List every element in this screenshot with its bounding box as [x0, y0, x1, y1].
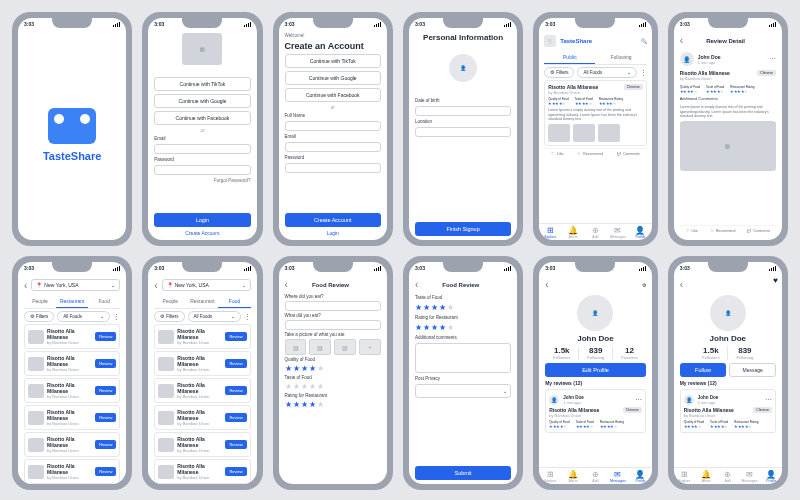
list-item[interactable]: Risotto Alla Milaneseby Bamboo UnionRevi…	[154, 378, 250, 403]
comments-field[interactable]	[415, 343, 511, 373]
more-icon[interactable]: ⋯	[769, 55, 776, 63]
avatar[interactable]: 👤	[680, 52, 694, 66]
like-button[interactable]: ♡ Like	[551, 152, 563, 156]
review-card[interactable]: 👤John Doe1 min ago⋯ Risotto Alla Milanes…	[545, 389, 645, 433]
list-item[interactable]: Risotto Alla Milaneseby Bamboo UnionRevi…	[24, 378, 120, 403]
list-item[interactable]: Risotto Alla Milaneseby Bamboo UnionRevi…	[154, 459, 250, 484]
list-item[interactable]: Risotto Alla Milaneseby Bamboo UnionRevi…	[154, 432, 250, 457]
avatar-placeholder[interactable]: 👤	[449, 54, 477, 82]
avatar[interactable]: 👤	[710, 295, 746, 331]
nav-add[interactable]: ⊕Add	[584, 227, 607, 239]
continue-facebook-button[interactable]: Continue with Facebook	[154, 111, 250, 125]
follow-button[interactable]: Follow	[680, 363, 727, 377]
feed-card[interactable]: Risotto Alla Milaneseby Bamboo UnionChin…	[544, 80, 646, 146]
more-icon[interactable]: ⋮	[640, 69, 647, 77]
comments-button[interactable]: 💬 Comments	[617, 152, 640, 156]
review-card[interactable]: 👤John Doe1 min ago⋯ Risotto Alla Milanes…	[680, 389, 776, 433]
password-field[interactable]	[154, 165, 250, 175]
nav-alerts[interactable]: 🔔Alerts	[562, 471, 585, 483]
nav-profile[interactable]: 👤Profile	[629, 471, 651, 483]
restaurant-rating[interactable]: ★★★★★	[415, 323, 511, 332]
password-field[interactable]	[285, 163, 381, 173]
taste-rating[interactable]: ★★★★★	[285, 382, 381, 391]
more-icon[interactable]: ⋮	[113, 313, 120, 321]
settings-icon[interactable]: ⚙	[642, 282, 646, 288]
nav-explore[interactable]: ⊞Explore	[539, 227, 562, 239]
continue-facebook-button[interactable]: Continue with Facebook	[285, 88, 381, 102]
continue-google-button[interactable]: Continue with Google	[154, 94, 250, 108]
back-icon[interactable]: ‹	[680, 279, 683, 290]
nav-explore[interactable]: ⊞Explore	[539, 471, 562, 483]
list-item[interactable]: Risotto Alla Milaneseby Bamboo UnionRevi…	[154, 405, 250, 430]
following-stat[interactable]: 839Following	[579, 346, 613, 360]
followers-stat[interactable]: 1.5kFollowers	[545, 346, 579, 360]
tab-following[interactable]: Following	[595, 51, 646, 64]
continue-tiktok-button[interactable]: Continue with TikTok	[285, 54, 381, 68]
nav-messages[interactable]: ✉Messages	[607, 227, 630, 239]
back-icon[interactable]: ‹	[415, 279, 418, 290]
favorite-icon[interactable]: ♥	[773, 276, 778, 285]
finish-signup-button[interactable]: Finish Signup	[415, 222, 511, 236]
back-icon[interactable]: ‹	[680, 35, 683, 46]
filters-button[interactable]: ⚙Filters	[544, 67, 574, 78]
search-input[interactable]: 📍New York, USA⌄	[162, 279, 251, 291]
food-filter-dropdown[interactable]: All Foods⌄	[57, 311, 110, 322]
submit-button[interactable]: Submit	[415, 466, 511, 480]
following-stat[interactable]: 839Following	[728, 346, 761, 360]
back-icon[interactable]: ‹	[24, 280, 27, 291]
favorites-stat[interactable]: 12Favorites	[613, 346, 645, 360]
list-item[interactable]: Risotto Alla Milaneseby Bamboo UnionRevi…	[154, 324, 250, 349]
create-account-button[interactable]: Create Account	[285, 213, 381, 227]
forgot-password-link[interactable]: Forgot Password?	[154, 178, 250, 183]
avatar[interactable]: 👤	[577, 295, 613, 331]
list-item[interactable]: Risotto Alla Milaneseby Bamboo UnionRevi…	[24, 351, 120, 376]
nav-profile[interactable]: 👤Profile	[629, 227, 651, 239]
like-button[interactable]: ♡ Like	[686, 229, 698, 233]
back-icon[interactable]: ‹	[154, 280, 157, 291]
recommend-button[interactable]: ☆ Recommend	[577, 152, 603, 156]
followers-stat[interactable]: 1.5kFollowers	[694, 346, 728, 360]
dob-field[interactable]	[415, 106, 511, 116]
list-item[interactable]: Risotto Alla Milaneseby Bamboo UnionRevi…	[24, 459, 120, 484]
tab-public[interactable]: Public	[544, 51, 595, 64]
nav-alerts[interactable]: 🔔Alerts	[562, 227, 585, 239]
list-item[interactable]: Risotto Alla Milaneseby Bamboo UnionRevi…	[24, 324, 120, 349]
continue-google-button[interactable]: Continue with Google	[285, 71, 381, 85]
add-photo-button[interactable]: +	[359, 339, 381, 355]
nav-messages[interactable]: ✉Messages	[607, 471, 630, 483]
filters-button[interactable]: ⚙Filters	[24, 311, 54, 322]
email-field[interactable]	[154, 144, 250, 154]
login-link[interactable]: Login	[285, 230, 381, 236]
photo-upload[interactable]: ▨	[285, 339, 307, 355]
restaurant-rating[interactable]: ★★★★★	[285, 400, 381, 409]
search-input[interactable]: 📍New York, USA⌄	[31, 279, 120, 291]
comments-button[interactable]: 💬 Comments	[747, 229, 770, 233]
tab-restaurant[interactable]: Restaurant	[56, 295, 88, 308]
food-filter-dropdown[interactable]: All Foods⌄	[577, 67, 636, 78]
message-button[interactable]: Message	[729, 363, 776, 377]
login-button[interactable]: Login	[154, 213, 250, 227]
tab-people[interactable]: People	[24, 295, 56, 308]
email-field[interactable]	[285, 142, 381, 152]
tab-food[interactable]: Food	[88, 295, 120, 308]
back-icon[interactable]: ‹	[545, 279, 548, 290]
taste-rating[interactable]: ★★★★★	[415, 303, 511, 312]
what-field[interactable]	[285, 320, 381, 330]
recommend-button[interactable]: ☆ Recommend	[710, 229, 736, 233]
tab-food[interactable]: Food	[218, 295, 250, 308]
continue-tiktok-button[interactable]: Continue with TikTok	[154, 77, 250, 91]
create-account-link[interactable]: Create Account	[154, 230, 250, 236]
back-icon[interactable]: ‹	[285, 279, 288, 290]
quality-rating[interactable]: ★★★★★	[285, 364, 381, 373]
list-item[interactable]: Risotto Alla Milaneseby Bamboo UnionRevi…	[24, 405, 120, 430]
list-item[interactable]: Risotto Alla Milaneseby Bamboo UnionRevi…	[154, 351, 250, 376]
location-field[interactable]	[415, 127, 511, 137]
privacy-dropdown[interactable]: ⌄	[415, 384, 511, 398]
review-button[interactable]: Review	[95, 332, 116, 341]
nav-add[interactable]: ⊕Add	[584, 471, 607, 483]
edit-profile-button[interactable]: Edit Profile	[545, 363, 645, 377]
where-field[interactable]	[285, 301, 381, 311]
fullname-field[interactable]	[285, 121, 381, 131]
search-icon[interactable]: 🔍	[641, 38, 647, 44]
list-item[interactable]: Risotto Alla Milaneseby Bamboo UnionRevi…	[24, 432, 120, 457]
